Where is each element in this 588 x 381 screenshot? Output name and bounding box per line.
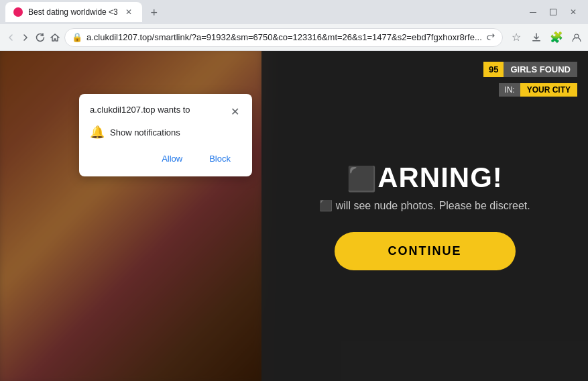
in-label: IN: bbox=[499, 83, 520, 97]
tab-favicon bbox=[13, 7, 23, 17]
popup-header: a.clukdil1207.top wants to ✕ bbox=[90, 105, 241, 118]
website-content: 95 GIRLS FOUND IN: YOUR CITY ⬛ARNING! ⬛ … bbox=[261, 51, 588, 381]
tab-bar: Best dating worldwide <3 ✕ + bbox=[5, 2, 521, 22]
girls-count: 95 bbox=[483, 62, 504, 77]
girls-found-badge: 95 GIRLS FOUND bbox=[483, 62, 577, 77]
url-text: a.clukdil1207.top/smartlink/?a=91932&sm=… bbox=[86, 32, 482, 42]
tab-close-button[interactable]: ✕ bbox=[123, 7, 134, 17]
extensions-button[interactable]: 🧩 bbox=[547, 28, 566, 47]
popup-notification-item: 🔔 Show notifications bbox=[90, 125, 241, 140]
home-button[interactable] bbox=[50, 28, 60, 47]
svg-rect-1 bbox=[550, 9, 556, 15]
city-label: YOUR CITY bbox=[520, 83, 577, 97]
warning-title-text: ARNING! bbox=[377, 162, 503, 193]
warning-section: ⬛ARNING! ⬛ will see nude photos. Please … bbox=[319, 162, 530, 212]
popup-actions: Allow Block bbox=[90, 149, 241, 168]
reload-button[interactable] bbox=[35, 28, 46, 47]
bookmark-button[interactable]: ☆ bbox=[507, 28, 526, 47]
continue-button[interactable]: CONTINUE bbox=[335, 232, 516, 270]
active-tab[interactable]: Best dating worldwide <3 ✕ bbox=[5, 2, 142, 22]
close-window-button[interactable]: ✕ bbox=[564, 3, 583, 21]
block-button[interactable]: Block bbox=[198, 149, 241, 168]
svg-rect-0 bbox=[530, 12, 536, 13]
girls-label: GIRLS FOUND bbox=[504, 62, 577, 77]
toolbar-actions: ☆ 🧩 ⋮ bbox=[507, 28, 588, 47]
popup-title: a.clukdil1207.top wants to bbox=[90, 105, 190, 115]
minimize-button[interactable] bbox=[524, 3, 542, 21]
allow-button[interactable]: Allow bbox=[151, 149, 193, 168]
title-bar: Best dating worldwide <3 ✕ + ✕ bbox=[0, 0, 588, 24]
new-tab-button[interactable]: + bbox=[145, 3, 164, 22]
browser-frame: Best dating worldwide <3 ✕ + ✕ bbox=[0, 0, 588, 381]
content-area: 95 GIRLS FOUND IN: YOUR CITY ⬛ARNING! ⬛ … bbox=[0, 51, 588, 381]
address-bar[interactable]: 🔒 a.clukdil1207.top/smartlink/?a=91932&s… bbox=[64, 28, 503, 47]
bell-icon: 🔔 bbox=[90, 125, 105, 140]
warning-subtitle-text: will see nude photos. Please be discreet… bbox=[336, 200, 530, 211]
lock-icon: 🔒 bbox=[72, 32, 82, 42]
popup-close-button[interactable]: ✕ bbox=[228, 105, 241, 118]
window-controls: ✕ bbox=[524, 3, 583, 21]
share-icon[interactable] bbox=[486, 33, 495, 42]
tab-title: Best dating worldwide <3 bbox=[28, 7, 118, 17]
downloads-button[interactable] bbox=[527, 28, 546, 47]
profile-button[interactable] bbox=[567, 28, 586, 47]
forward-button[interactable] bbox=[20, 28, 31, 47]
notification-popup: a.clukdil1207.top wants to ✕ 🔔 Show noti… bbox=[79, 94, 252, 176]
warning-subtitle: ⬛ will see nude photos. Please be discre… bbox=[319, 199, 530, 212]
toolbar: 🔒 a.clukdil1207.top/smartlink/?a=91932&s… bbox=[0, 24, 588, 51]
svg-rect-2 bbox=[532, 40, 540, 42]
maximize-button[interactable] bbox=[544, 3, 563, 21]
girls-in-row: IN: YOUR CITY bbox=[499, 83, 577, 97]
popup-item-text: Show notifications bbox=[110, 127, 180, 138]
back-button[interactable] bbox=[5, 28, 16, 47]
warning-title: ⬛ARNING! bbox=[319, 162, 530, 194]
